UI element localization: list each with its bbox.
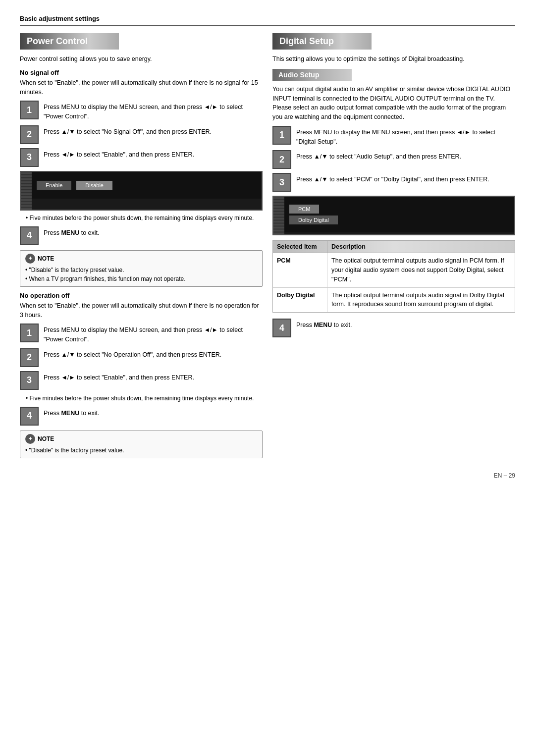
pcm-screen-side-bar bbox=[273, 197, 284, 234]
step-number-3: 3 bbox=[20, 148, 39, 167]
table-cell-pcm-desc: The optical output terminal outputs audi… bbox=[327, 253, 515, 287]
digital-setup-section: Digital Setup This setting allows you to… bbox=[272, 33, 515, 337]
step-number-1: 1 bbox=[20, 101, 39, 119]
step-4-no-signal: 4 Press MENU to exit. bbox=[20, 226, 263, 245]
no-operation-steps: 1 Press MENU to display the MENU screen,… bbox=[20, 324, 263, 390]
enable-btn: Enable bbox=[37, 181, 71, 190]
note-label-1: NOTE bbox=[38, 255, 54, 262]
left-column: Power Control Power control setting allo… bbox=[20, 33, 263, 462]
note-item-1: • "Disable" is the factory preset value. bbox=[25, 266, 257, 274]
op-step-text-3: Press ◄/► to select "Enable", and then p… bbox=[44, 371, 194, 382]
pcm-dolby-screen: PCM Dolby Digital bbox=[272, 196, 515, 235]
table-row-dolby: Dolby Digital The optical output termina… bbox=[273, 288, 515, 313]
step-2: 2 Press ▲/▼ to select "No Signal Off", a… bbox=[20, 125, 263, 144]
note-item-2: • When a TV program finishes, this funct… bbox=[25, 274, 257, 283]
no-signal-steps: 1 Press MENU to display the MENU screen,… bbox=[20, 101, 263, 167]
right-column: Digital Setup This setting allows you to… bbox=[272, 33, 515, 462]
no-op-bullet: • Five minutes before the power shuts do… bbox=[26, 394, 263, 403]
op-step-3: 3 Press ◄/► to select "Enable", and then… bbox=[20, 371, 263, 390]
audio-setup-subtitle: Audio Setup bbox=[272, 69, 352, 81]
power-control-title: Power Control bbox=[20, 33, 119, 50]
table-row-pcm: PCM The optical output terminal outputs … bbox=[273, 253, 515, 287]
op-step-text-1: Press MENU to display the MENU screen, a… bbox=[44, 324, 263, 344]
audio-step-3: 3 Press ▲/▼ to select "PCM" or "Dolby Di… bbox=[272, 173, 515, 192]
page-number: EN – 29 bbox=[20, 472, 515, 479]
table-cell-dolby-item: Dolby Digital bbox=[273, 288, 327, 313]
note-icon-2: ✦ bbox=[25, 434, 35, 444]
note-box-2: ✦ NOTE • "Disable" is the factory preset… bbox=[20, 431, 263, 458]
header-title: Basic adjustment settings bbox=[20, 15, 100, 22]
table-cell-dolby-desc: The optical output terminal outputs audi… bbox=[327, 288, 515, 313]
note-box-1: ✦ NOTE • "Disable" is the factory preset… bbox=[20, 250, 263, 287]
audio-step-number-4: 4 bbox=[272, 319, 291, 337]
step-text-2: Press ▲/▼ to select "No Signal Off", and… bbox=[44, 125, 212, 137]
table-col-desc: Description bbox=[327, 241, 515, 253]
op-step-number-4: 4 bbox=[20, 407, 39, 426]
op-step-text-4: Press MENU to exit. bbox=[44, 407, 100, 418]
note-label-2: NOTE bbox=[38, 435, 54, 442]
selected-item-table: Selected item Description PCM The optica… bbox=[272, 240, 515, 313]
step-number-2: 2 bbox=[20, 125, 39, 144]
table-col-item: Selected item bbox=[273, 241, 327, 253]
audio-step-2: 2 Press ▲/▼ to select "Audio Setup", and… bbox=[272, 150, 515, 169]
audio-step-text-3: Press ▲/▼ to select "PCM" or "Dolby Digi… bbox=[296, 173, 489, 184]
screen-side-bar bbox=[21, 172, 32, 210]
enable-disable-screen: Enable Disable bbox=[20, 171, 263, 211]
step-3: 3 Press ◄/► to select "Enable", and then… bbox=[20, 148, 263, 167]
two-column-layout: Power Control Power control setting allo… bbox=[20, 33, 515, 462]
op-step-number-3: 3 bbox=[20, 371, 39, 390]
op-step-text-2: Press ▲/▼ to select "No Operation Off", … bbox=[44, 348, 221, 360]
step-text-1: Press MENU to display the MENU screen, a… bbox=[44, 101, 263, 121]
audio-setup-steps: 1 Press MENU to display the MENU screen,… bbox=[272, 126, 515, 192]
no-signal-off-title: No signal off bbox=[20, 69, 263, 76]
step-text-4a: Press MENU to exit. bbox=[44, 226, 100, 238]
audio-step-number-2: 2 bbox=[272, 150, 291, 169]
page-header: Basic adjustment settings bbox=[20, 15, 515, 26]
no-operation-off-desc: When set to "Enable", the power will aut… bbox=[20, 301, 263, 320]
pcm-screen-content: PCM Dolby Digital bbox=[284, 197, 514, 232]
note-icon-1: ✦ bbox=[25, 254, 35, 264]
audio-step-number-1: 1 bbox=[272, 126, 291, 145]
step-number-4a: 4 bbox=[20, 226, 39, 245]
digital-setup-title: Digital Setup bbox=[272, 33, 372, 50]
table-header: Selected item Description bbox=[273, 241, 515, 253]
op-step-1: 1 Press MENU to display the MENU screen,… bbox=[20, 324, 263, 344]
audio-step-text-1: Press MENU to display the MENU screen, a… bbox=[296, 126, 515, 147]
table-cell-pcm-item: PCM bbox=[273, 253, 327, 287]
audio-step-text-2: Press ▲/▼ to select "Audio Setup", and t… bbox=[296, 150, 461, 162]
step-1: 1 Press MENU to display the MENU screen,… bbox=[20, 101, 263, 121]
step-4-no-op: 4 Press MENU to exit. bbox=[20, 407, 263, 426]
note-title-2: ✦ NOTE bbox=[25, 434, 257, 444]
disable-btn: Disable bbox=[76, 181, 112, 190]
screen-content: Enable Disable bbox=[32, 172, 262, 199]
dolby-btn: Dolby Digital bbox=[289, 216, 338, 224]
screen-btn-row: Enable Disable bbox=[37, 177, 257, 194]
audio-setup-desc: You can output digital audio to an AV am… bbox=[272, 85, 515, 122]
audio-step-4: 4 Press MENU to exit. bbox=[272, 319, 515, 337]
page: Basic adjustment settings Power Control … bbox=[0, 0, 535, 499]
step-text-3: Press ◄/► to select "Enable", and then p… bbox=[44, 148, 194, 160]
op-step-2: 2 Press ▲/▼ to select "No Operation Off"… bbox=[20, 348, 263, 367]
pcm-btn: PCM bbox=[289, 205, 319, 214]
power-control-section: Power Control Power control setting allo… bbox=[20, 33, 263, 458]
note-item-3: • "Disable" is the factory preset value. bbox=[25, 446, 257, 455]
digital-setup-desc: This setting allows you to optimize the … bbox=[272, 54, 515, 64]
no-signal-bullet: • Five minutes before the power shuts do… bbox=[26, 214, 263, 222]
audio-step-text-4: Press MENU to exit. bbox=[296, 319, 352, 330]
no-operation-off-title: No operation off bbox=[20, 292, 263, 299]
audio-step-number-3: 3 bbox=[272, 173, 291, 192]
no-signal-off-desc: When set to "Enable", the power will aut… bbox=[20, 78, 263, 97]
power-control-desc: Power control setting allows you to save… bbox=[20, 54, 263, 64]
audio-step-1: 1 Press MENU to display the MENU screen,… bbox=[272, 126, 515, 147]
op-step-number-1: 1 bbox=[20, 324, 39, 342]
op-step-number-2: 2 bbox=[20, 348, 39, 367]
note-title-1: ✦ NOTE bbox=[25, 254, 257, 264]
